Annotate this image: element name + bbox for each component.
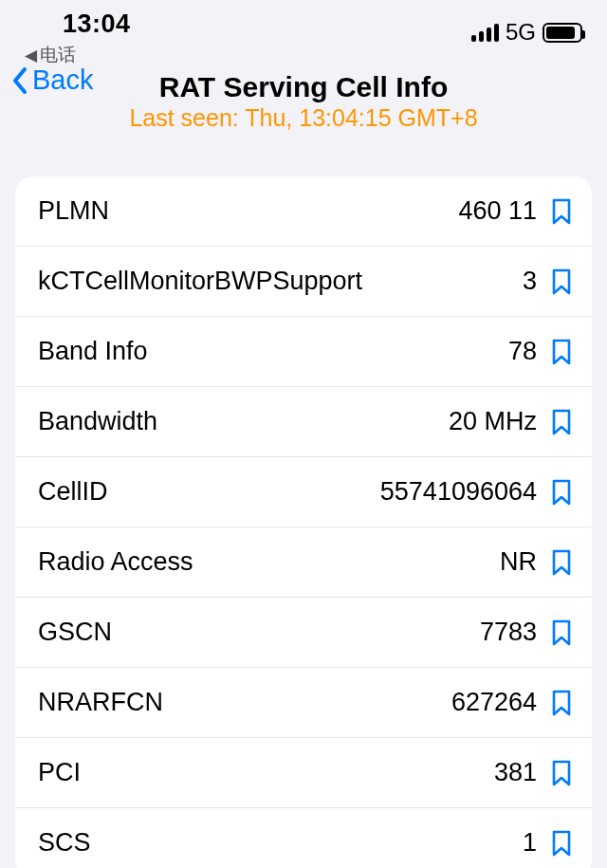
- bookmark-icon[interactable]: [550, 408, 573, 436]
- row-label: Band Info: [38, 337, 148, 366]
- list-item: Bandwidth 20 MHz: [15, 387, 592, 457]
- list-item: Radio Access NR: [15, 527, 592, 598]
- bookmark-icon[interactable]: [550, 478, 573, 507]
- row-value: 55741096064: [380, 477, 537, 507]
- status-right: 5G: [471, 19, 582, 46]
- list-item: Band Info 78: [15, 317, 592, 387]
- row-value: 20 MHz: [449, 407, 537, 436]
- list-item: NRARFCN 627264: [15, 668, 592, 738]
- row-label: SCS: [38, 828, 91, 858]
- bookmark-icon[interactable]: [550, 197, 573, 226]
- row-label: GSCN: [38, 618, 112, 647]
- bookmark-icon[interactable]: [550, 338, 573, 366]
- row-value: 381: [494, 758, 537, 787]
- list-item: kCTCellMonitorBWPSupport 3: [15, 247, 592, 317]
- row-value: 627264: [451, 688, 537, 717]
- back-label: Back: [32, 65, 93, 96]
- list-item: SCS 1: [15, 808, 592, 868]
- row-label: kCTCellMonitorBWPSupport: [38, 267, 362, 296]
- bookmark-icon[interactable]: [550, 548, 573, 577]
- list-item: CellID 55741096064: [15, 457, 592, 527]
- row-value: 460 11: [458, 196, 537, 226]
- page-title: RAT Serving Cell Info: [129, 71, 477, 103]
- row-value: 1: [523, 828, 537, 858]
- bookmark-icon[interactable]: [550, 689, 573, 717]
- row-value: 78: [508, 337, 537, 366]
- row-label: Radio Access: [38, 547, 193, 577]
- bookmark-icon[interactable]: [550, 268, 573, 296]
- row-label: Bandwidth: [38, 407, 157, 436]
- row-label: PCI: [38, 758, 81, 787]
- chevron-left-icon: [11, 66, 28, 95]
- list-item: PLMN 460 11: [15, 176, 592, 247]
- nav-header: Back RAT Serving Cell Info Last seen: Th…: [0, 63, 607, 140]
- row-label: NRARFCN: [38, 688, 163, 717]
- info-card: PLMN 460 11 kCTCellMonitorBWPSupport 3 B…: [15, 176, 592, 868]
- page-subtitle: Last seen: Thu, 13:04:15 GMT+8: [129, 104, 477, 132]
- battery-icon: [543, 23, 582, 43]
- status-left: 13:04 ◀ 电话: [25, 9, 131, 67]
- signal-icon: [471, 23, 499, 42]
- bookmark-icon[interactable]: [550, 619, 573, 647]
- bookmark-icon[interactable]: [550, 759, 573, 787]
- row-label: CellID: [38, 477, 108, 507]
- row-value: 7783: [480, 618, 537, 647]
- list-item: PCI 381: [15, 738, 592, 808]
- row-value: 3: [523, 267, 537, 296]
- row-label: PLMN: [38, 196, 109, 226]
- bookmark-icon[interactable]: [550, 829, 573, 858]
- back-button[interactable]: Back: [11, 65, 93, 96]
- status-time: 13:04: [63, 9, 131, 39]
- status-bar: 13:04 ◀ 电话 5G: [0, 0, 607, 55]
- row-value: NR: [500, 547, 537, 577]
- network-label: 5G: [506, 19, 536, 46]
- title-block: RAT Serving Cell Info Last seen: Thu, 13…: [129, 71, 477, 132]
- list-item: GSCN 7783: [15, 598, 592, 668]
